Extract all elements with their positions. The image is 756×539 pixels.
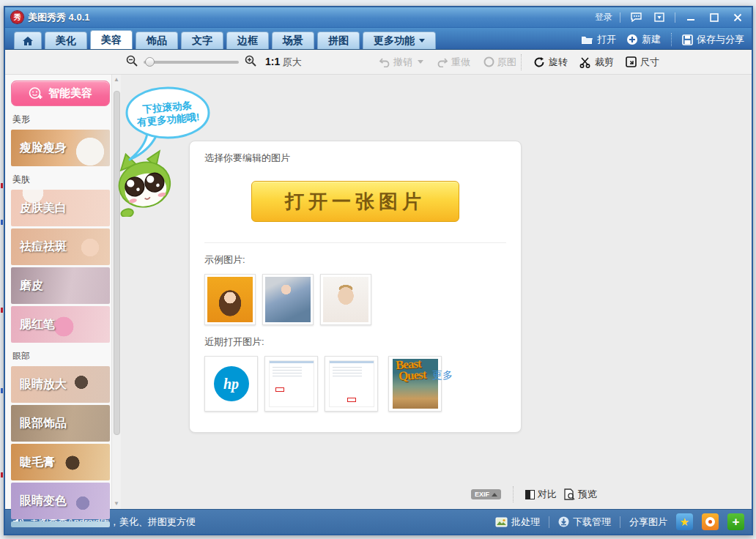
sample-image-3[interactable] — [320, 274, 371, 325]
open-image-panel: 选择你要编辑的图片 打开一张图片 示例图片: 近期打开图片: hp B — [189, 141, 522, 433]
recent-images-row: hp Beast Quest — [204, 356, 506, 412]
window-title: 美图秀秀 4.0.1 — [28, 11, 90, 24]
resize-button[interactable]: 尺寸 — [626, 56, 659, 69]
undo-icon — [379, 57, 390, 67]
category-eyes: 眼部 — [12, 350, 108, 363]
plus-circle-icon — [626, 34, 638, 45]
sidebar-item-skin-smoothing[interactable]: 磨皮 — [11, 267, 110, 304]
main-nav: 美化 美容 饰品 文字 边框 场景 拼图 更多功能 打开 新建 保存与分享 — [5, 28, 752, 50]
skin-menu-icon[interactable] — [651, 12, 667, 23]
batch-process-button[interactable]: 批处理 — [495, 516, 540, 529]
effects-sidebar: 智能美容 美形 瘦脸瘦身 美肤 皮肤美白 祛痘祛斑 磨皮 腮红笔 眼部 眼睛放大… — [5, 75, 121, 509]
compare-button[interactable]: 对比 — [525, 488, 557, 501]
login-link[interactable]: 登录 — [595, 11, 612, 23]
tab-scene[interactable]: 场景 — [272, 31, 314, 49]
sidebar-item-partial[interactable] — [11, 521, 110, 527]
sidebar-scrollbar[interactable]: ▲ ▼ — [111, 75, 121, 509]
batch-image-icon — [495, 517, 508, 527]
download-manager-button[interactable]: 下载管理 — [558, 516, 611, 529]
weibo-icon[interactable] — [702, 513, 719, 530]
divider — [513, 486, 514, 502]
tab-accessories[interactable]: 饰品 — [136, 31, 178, 49]
original-view-button[interactable]: 原图 — [483, 56, 516, 69]
tab-beauty[interactable]: 美容 — [90, 30, 133, 49]
recent-image-screenshot-1[interactable] — [264, 356, 318, 412]
exif-badge[interactable]: EXIF — [471, 489, 501, 499]
home-icon — [22, 36, 34, 46]
undo-dropdown-icon[interactable] — [418, 60, 423, 64]
hp-logo: hp — [214, 366, 249, 401]
sidebar-item-eye-accessories[interactable]: 眼部饰品 — [11, 405, 110, 442]
share-image-button[interactable]: 分享图片 — [629, 516, 667, 529]
sidebar-item-slim-face[interactable]: 瘦脸瘦身 — [11, 130, 110, 166]
maximize-button[interactable] — [706, 12, 722, 23]
tab-home[interactable] — [14, 31, 42, 49]
tab-frame[interactable]: 边框 — [226, 31, 269, 49]
desktop-artifact — [1, 183, 3, 188]
feedback-icon[interactable] — [628, 12, 644, 23]
redo-button[interactable]: 重做 — [437, 56, 470, 69]
samples-label: 示例图片: — [204, 253, 506, 267]
undo-button[interactable]: 撤销 — [379, 56, 423, 69]
sidebar-item-eye-enlarge[interactable]: 眼睛放大 — [11, 366, 110, 403]
divider — [204, 242, 506, 243]
scroll-up-icon[interactable]: ▲ — [114, 75, 119, 85]
desktop-artifact — [1, 220, 3, 225]
scissors-icon — [579, 56, 592, 68]
recent-image-beast-quest[interactable]: Beast Quest — [388, 356, 442, 412]
divider — [521, 54, 522, 70]
app-window: 秀 美图秀秀 4.0.1 登录 美化 — [4, 6, 753, 535]
face-plus-icon — [29, 87, 43, 100]
open-button[interactable]: 打开 — [581, 33, 616, 46]
open-image-button[interactable]: 打开一张图片 — [251, 181, 459, 222]
recent-image-hp[interactable]: hp — [204, 356, 258, 412]
sidebar-item-blush-pen[interactable]: 腮红笔 — [11, 306, 110, 343]
status-bar: 美图秀秀Android版，美化、拼图更方便 批处理 下载管理 分享图片 ★ + — [5, 509, 752, 534]
tab-more-features[interactable]: 更多功能 — [363, 31, 436, 49]
close-button[interactable] — [730, 12, 746, 23]
sidebar-item-mascara[interactable]: 睫毛膏 — [11, 444, 110, 480]
sidebar-item-acne-removal[interactable]: 祛痘祛斑 — [11, 228, 110, 265]
rotate-button[interactable]: 旋转 — [533, 56, 568, 69]
screenshot-thumb — [269, 360, 314, 407]
minimize-button[interactable] — [683, 12, 699, 23]
sample-photo — [323, 277, 368, 322]
download-icon — [558, 516, 569, 527]
zoom-out-icon[interactable] — [126, 55, 138, 69]
crop-button[interactable]: 裁剪 — [579, 56, 614, 69]
scrollbar-thumb[interactable] — [114, 91, 120, 435]
tab-collage[interactable]: 拼图 — [317, 31, 360, 49]
more-link[interactable]: 更多 — [432, 369, 453, 382]
divider — [620, 516, 620, 528]
recent-image-screenshot-2[interactable] — [325, 356, 378, 412]
category-face-shape: 美形 — [12, 114, 108, 126]
qzone-icon[interactable]: ★ — [676, 513, 693, 530]
preview-button[interactable]: 预览 — [564, 488, 597, 501]
tab-text[interactable]: 文字 — [181, 31, 223, 49]
compare-icon — [525, 490, 535, 499]
add-share-target-icon[interactable]: + — [727, 513, 744, 530]
zoom-slider-thumb[interactable] — [145, 57, 155, 67]
new-button[interactable]: 新建 — [626, 33, 661, 46]
sample-images-row — [204, 274, 506, 325]
zoom-slider[interactable] — [144, 61, 239, 64]
desktop-artifact — [1, 472, 3, 477]
sidebar-item-eye-color[interactable]: 眼睛变色 — [11, 483, 110, 519]
sidebar-item-skin-whitening[interactable]: 皮肤美白 — [11, 190, 110, 226]
smart-beauty-button[interactable]: 智能美容 — [11, 81, 110, 106]
zoom-ratio-label[interactable]: 1:1 原大 — [265, 56, 302, 69]
sample-photo — [265, 277, 311, 322]
original-icon — [483, 56, 494, 67]
recent-label: 近期打开图片: — [204, 335, 506, 349]
tab-beautify[interactable]: 美化 — [45, 31, 87, 49]
tip-bubble: 下拉滚动条 有更多功能哦! — [122, 85, 216, 173]
resize-icon — [626, 56, 637, 68]
zoom-in-icon[interactable] — [245, 55, 256, 69]
sample-image-2[interactable] — [262, 274, 314, 325]
scroll-down-icon[interactable]: ▼ — [114, 499, 119, 509]
panel-heading: 选择你要编辑的图片 — [204, 152, 506, 165]
save-share-button[interactable]: 保存与分享 — [682, 33, 744, 46]
sample-image-1[interactable] — [204, 274, 256, 325]
rotate-icon — [533, 56, 546, 68]
canvas-footer: EXIF 对比 预览 — [471, 486, 597, 502]
